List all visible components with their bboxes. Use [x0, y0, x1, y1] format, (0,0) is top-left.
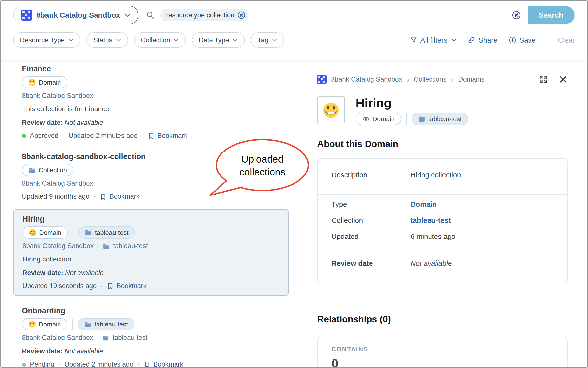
- contains-count: 0: [332, 356, 553, 367]
- close-panel-icon[interactable]: [559, 75, 568, 84]
- result-hiring-selected[interactable]: Hiring Domain tableau-test 8bank: [13, 209, 289, 296]
- updated-label: Updated 19 seconds ago: [22, 282, 97, 290]
- search-button[interactable]: Search: [528, 6, 574, 24]
- search-query-chip[interactable]: resourcetype:collection: [160, 9, 249, 21]
- about-row-description: Description Hiring collection: [332, 167, 553, 183]
- clear-search-icon[interactable]: [512, 10, 521, 20]
- share-button[interactable]: Share: [468, 36, 497, 44]
- collection-type-badge: Collection: [22, 164, 73, 176]
- chevron-down-icon: [451, 38, 457, 42]
- clear-filters-button[interactable]: Clear: [558, 36, 575, 44]
- detail-title-block: Hiring Domain tableau-test: [317, 96, 568, 125]
- updated-label: Updated 2 minutes ago: [69, 132, 137, 140]
- folder-icon: [103, 243, 110, 250]
- catalog-selector[interactable]: 8bank Catalog Sandbox: [13, 6, 138, 24]
- eye-icon: [362, 115, 370, 123]
- status-dot-pending: [22, 363, 26, 367]
- all-filters-button[interactable]: All filters: [410, 36, 457, 44]
- search-icon: [146, 11, 155, 20]
- about-heading: About this Domain: [317, 139, 568, 149]
- result-title[interactable]: Hiring: [22, 215, 279, 223]
- chevron-down-icon: [174, 38, 179, 42]
- search-query-chip-label: resourcetype:collection: [166, 11, 234, 19]
- about-row-collection: Collection tableau-test: [332, 213, 553, 229]
- bookmark-button[interactable]: Bookmark: [148, 132, 188, 140]
- collection-link[interactable]: tableau-test: [411, 216, 451, 225]
- detail-title: Hiring: [356, 96, 468, 110]
- save-search-button[interactable]: Save: [509, 36, 536, 44]
- breadcrumb-catalog[interactable]: 8bank Catalog Sandbox: [331, 76, 402, 83]
- relationships-heading: Relationships (0): [317, 314, 568, 325]
- result-source-link[interactable]: 8bank Catalog Sandbox: [22, 180, 93, 187]
- updated-label: Updated 9 months ago: [22, 193, 89, 200]
- about-row-updated: Updated 6 minutes ago: [332, 229, 553, 245]
- folder-icon: [84, 321, 92, 328]
- filter-status[interactable]: Status: [86, 32, 128, 48]
- filter-tag[interactable]: Tag: [251, 32, 284, 48]
- result-review-date: Review date: Not available: [22, 119, 280, 127]
- result-description: Hiring collection: [22, 255, 279, 263]
- folder-icon: [418, 115, 425, 123]
- badge-divider: [72, 319, 73, 330]
- plus-circle-icon: [509, 36, 516, 44]
- filter-resource-type[interactable]: Resource Type: [13, 32, 80, 48]
- remove-chip-icon[interactable]: [237, 11, 246, 19]
- type-link[interactable]: Domain: [411, 200, 437, 209]
- chevron-down-icon: [233, 38, 238, 42]
- collection-badge[interactable]: tableau-test: [78, 226, 135, 239]
- domain-type-badge: Domain: [22, 318, 67, 330]
- bookmark-icon: [143, 361, 151, 368]
- chevron-down-icon: [125, 13, 131, 17]
- result-collection-link[interactable]: tableau-test: [113, 334, 147, 342]
- domain-type-badge: Domain: [22, 76, 67, 88]
- main-content: Finance Domain 8bank Catalog Sandbox Thi…: [1, 60, 587, 367]
- result-title[interactable]: Finance: [22, 65, 280, 73]
- collection-badge[interactable]: tableau-test: [78, 318, 135, 330]
- breadcrumb-domains[interactable]: Domains: [458, 76, 485, 83]
- top-search-bar: 8bank Catalog Sandbox resourcetype:colle…: [13, 6, 575, 24]
- result-source-link[interactable]: 8bank Catalog Sandbox: [22, 242, 94, 250]
- collection-badge[interactable]: tableau-test: [412, 113, 468, 125]
- domain-type-badge: Domain: [356, 113, 401, 125]
- breadcrumb-collections[interactable]: Collections: [414, 76, 447, 83]
- result-title[interactable]: Onboarding: [22, 307, 280, 315]
- result-collection-link[interactable]: tableau-test: [113, 242, 148, 250]
- grinning-emoji-icon: [29, 229, 36, 236]
- breadcrumb-separator: ›: [451, 76, 454, 83]
- result-review-date: Review date: Not available: [22, 269, 279, 277]
- section-divider: [317, 131, 568, 131]
- badge-divider: [406, 113, 407, 125]
- grinning-emoji-icon: [323, 102, 339, 119]
- chevron-down-icon: [68, 38, 74, 42]
- result-8bank-catalog-sandbox-collection[interactable]: 8bank-catalog-sandbox-collection Collect…: [13, 152, 289, 200]
- bookmark-button[interactable]: Bookmark: [99, 193, 139, 200]
- grinning-emoji-icon: [28, 321, 36, 328]
- app-window: 8bank Catalog Sandbox resourcetype:colle…: [0, 0, 588, 368]
- bookmark-icon: [99, 193, 107, 200]
- status-label: Approved: [30, 132, 59, 140]
- breadcrumb: 8bank Catalog Sandbox › Collections › Do…: [317, 75, 568, 84]
- app-logo-icon: [317, 75, 327, 84]
- result-onboarding[interactable]: Onboarding Domain tableau-test 8bank Cat…: [13, 307, 289, 368]
- about-row-type: Type Domain: [332, 196, 553, 213]
- filter-funnel-icon: [410, 36, 417, 44]
- detail-panel: 8bank Catalog Sandbox › Collections › Do…: [295, 60, 587, 367]
- folder-icon: [102, 334, 109, 341]
- result-review-date: Review date: Not available: [22, 347, 280, 355]
- app-logo-icon: [21, 10, 32, 21]
- about-card: Description Hiring collection Type Domai…: [317, 158, 568, 284]
- breadcrumb-separator: ›: [407, 76, 409, 83]
- folder-icon: [28, 166, 36, 174]
- status-label: Pending: [30, 361, 54, 368]
- result-source-link[interactable]: 8bank Catalog Sandbox: [22, 92, 93, 100]
- bookmark-button[interactable]: Bookmark: [143, 361, 183, 368]
- result-finance[interactable]: Finance Domain 8bank Catalog Sandbox Thi…: [13, 62, 289, 140]
- filter-data-type[interactable]: Data Type: [192, 32, 245, 48]
- expand-panel-icon[interactable]: [539, 75, 548, 84]
- status-dot-approved: [22, 134, 26, 138]
- result-title[interactable]: 8bank-catalog-sandbox-collection: [22, 152, 280, 161]
- filter-collection[interactable]: Collection: [134, 32, 186, 48]
- result-source-link[interactable]: 8bank Catalog Sandbox: [22, 334, 93, 342]
- bookmark-button[interactable]: Bookmark: [107, 282, 147, 290]
- grinning-emoji-icon: [28, 79, 36, 86]
